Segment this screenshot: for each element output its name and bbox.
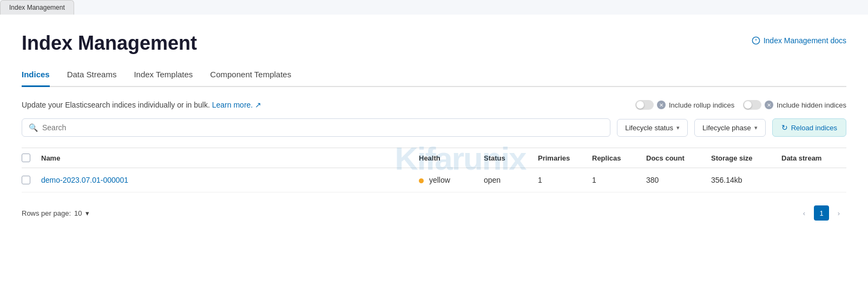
hidden-toggle-knob: [744, 101, 752, 109]
browser-tab[interactable]: Index Management: [0, 0, 74, 15]
rollup-toggle-knob: [636, 101, 644, 109]
col-docs-count-header: Docs count: [646, 154, 711, 162]
rollup-toggle-label: Include rollup indices: [669, 101, 734, 109]
docs-link-icon: [752, 36, 760, 45]
row-checkbox[interactable]: [22, 176, 30, 184]
lifecycle-phase-filter[interactable]: Lifecycle phase ▾: [694, 119, 766, 137]
search-filter-row: 🔍 Lifecycle status ▾ Lifecycle phase ▾ ↻…: [22, 118, 846, 137]
hidden-toggle-label: Include hidden indices: [777, 101, 846, 109]
row-status: open: [484, 176, 538, 184]
col-health-header: Health: [419, 154, 484, 162]
rollup-toggle-group: ✕ Include rollup indices: [635, 100, 734, 110]
tab-component-templates[interactable]: Component Templates: [210, 70, 291, 87]
rows-per-page-label: Rows per page:: [22, 209, 71, 217]
toolbar-description-text: Update your Elasticsearch indices indivi…: [22, 101, 210, 109]
row-storage-size: 356.14kb: [711, 176, 781, 184]
page-1-button[interactable]: 1: [814, 205, 829, 221]
reload-indices-button[interactable]: ↻ Reload indices: [772, 118, 846, 137]
lifecycle-status-chevron: ▾: [676, 124, 680, 131]
toolbar-description: Update your Elasticsearch indices indivi…: [22, 101, 261, 109]
tab-data-streams[interactable]: Data Streams: [67, 70, 117, 87]
tab-indices[interactable]: Indices: [22, 70, 50, 87]
select-all-checkbox[interactable]: [22, 154, 30, 162]
prev-page-button[interactable]: ‹: [797, 205, 812, 221]
rollup-toggle[interactable]: [635, 100, 654, 110]
row-primaries: 1: [538, 176, 592, 184]
page-title: Index Management: [22, 32, 197, 55]
row-checkbox-cell: [22, 176, 41, 184]
hidden-x-button[interactable]: ✕: [765, 101, 773, 109]
col-status-header: Status: [484, 154, 538, 162]
docs-link-label: Index Management docs: [764, 36, 846, 45]
col-name-header: Name: [41, 154, 419, 162]
search-box: 🔍: [22, 118, 610, 137]
search-icon: 🔍: [29, 123, 38, 132]
col-storage-size-header: Storage size: [711, 154, 781, 162]
search-input[interactable]: [42, 123, 603, 132]
page-header: Index Management Index Management docs: [22, 32, 846, 55]
indices-table: Name Health Status Primaries Replicas Do…: [22, 148, 846, 192]
col-checkbox-header: [22, 154, 41, 162]
reload-icon: ↻: [781, 123, 788, 132]
col-replicas-header: Replicas: [592, 154, 646, 162]
table-footer: Rows per page: 10 ▾ ‹ 1 ›: [22, 201, 846, 221]
lifecycle-phase-chevron: ▾: [754, 124, 758, 131]
tabs-container: Indices Data Streams Index Templates Com…: [22, 70, 846, 87]
lifecycle-phase-label: Lifecycle phase: [702, 124, 751, 132]
pagination: ‹ 1 ›: [797, 205, 846, 221]
lifecycle-status-filter[interactable]: Lifecycle status ▾: [617, 119, 688, 137]
toolbar-right: ✕ Include rollup indices ✕ Include hidde…: [635, 100, 846, 110]
rows-per-page-value: 10: [74, 209, 82, 217]
toolbar-row: Update your Elasticsearch indices indivi…: [22, 100, 846, 110]
rows-per-page-control[interactable]: Rows per page: 10 ▾: [22, 209, 89, 217]
hidden-toggle[interactable]: [743, 100, 761, 110]
lifecycle-status-label: Lifecycle status: [625, 124, 673, 132]
row-health: yellow: [419, 176, 484, 184]
table-row: demo-2023.07.01-000001 yellow open 1 1 3…: [22, 168, 846, 192]
reload-button-label: Reload indices: [791, 124, 837, 132]
rows-per-page-chevron: ▾: [86, 209, 89, 217]
col-primaries-header: Primaries: [538, 154, 592, 162]
rollup-x-button[interactable]: ✕: [657, 101, 666, 109]
hidden-toggle-group: ✕ Include hidden indices: [743, 100, 846, 110]
tab-index-templates[interactable]: Index Templates: [134, 70, 193, 87]
table-header: Name Health Status Primaries Replicas Do…: [22, 148, 846, 168]
docs-link[interactable]: Index Management docs: [752, 36, 846, 45]
row-replicas: 1: [592, 176, 646, 184]
health-value: yellow: [429, 176, 450, 184]
page-wrapper: Kifarunix Index Management Index Managem…: [0, 15, 868, 293]
health-dot: [419, 178, 424, 183]
row-name[interactable]: demo-2023.07.01-000001: [41, 176, 419, 184]
row-docs-count: 380: [646, 176, 711, 184]
next-page-button[interactable]: ›: [831, 205, 846, 221]
col-data-stream-header: Data stream: [781, 154, 846, 162]
learn-more-link[interactable]: Learn more. ↗: [212, 101, 261, 109]
